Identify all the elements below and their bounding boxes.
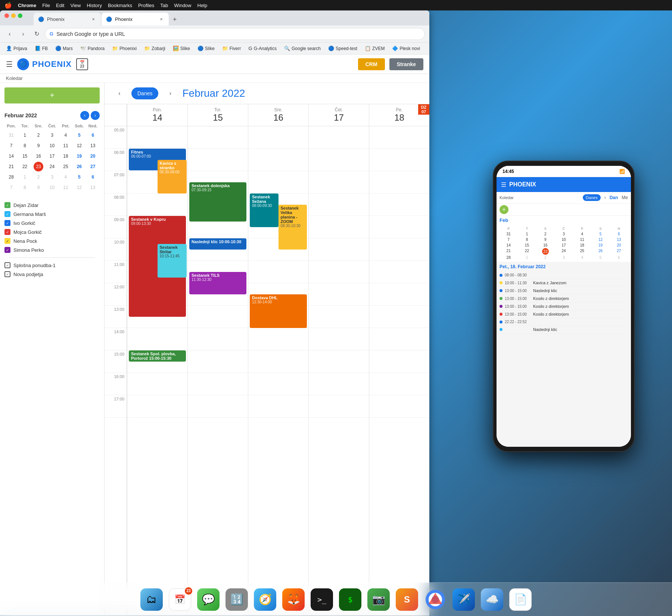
- bm-fiverr[interactable]: 📁 Fiverr: [219, 45, 244, 52]
- mini-day-7[interactable]: 7: [6, 141, 16, 151]
- mini-day-m12[interactable]: 12: [74, 183, 84, 192]
- bm-mars[interactable]: 🔵 Mars: [52, 45, 76, 52]
- event-sezana[interactable]: Sestanek Sežana 08:00-09:30: [250, 194, 279, 227]
- back-button[interactable]: ‹: [4, 29, 15, 39]
- bookmarks-menu[interactable]: Bookmarks: [108, 3, 132, 8]
- view-menu[interactable]: View: [70, 3, 81, 8]
- dock-finder[interactable]: 🗂: [140, 588, 163, 611]
- mini-day-8[interactable]: 8: [20, 141, 30, 151]
- bm-zvem[interactable]: 📋 ZVEM: [362, 45, 388, 52]
- bm-slike1[interactable]: 🖼️ Slike: [170, 45, 193, 52]
- cal-next-btn[interactable]: ›: [164, 87, 176, 99]
- mini-day-m9[interactable]: 9: [34, 183, 43, 192]
- mini-day-20[interactable]: 20: [88, 151, 98, 161]
- phone-event-6[interactable]: 22:22 - 22:52: [500, 318, 628, 326]
- bm-pandora[interactable]: 🕊️ Pandora: [77, 45, 108, 52]
- mini-day-21[interactable]: 21: [6, 162, 16, 171]
- event-plovba[interactable]: Sestanek Spol. plovba, Portorož 15:00-15…: [129, 350, 186, 362]
- mini-day-31[interactable]: 31: [6, 130, 16, 140]
- mini-day-m5[interactable]: 5: [74, 172, 84, 182]
- event-naslednji[interactable]: Naslednji klic 10:00-10:30: [189, 238, 246, 250]
- bm-ganalytics[interactable]: G G-Analytics: [246, 45, 280, 52]
- dock-sublime[interactable]: S: [396, 588, 418, 611]
- mini-day-22[interactable]: 22: [20, 162, 30, 171]
- mini-day-27[interactable]: 27: [88, 162, 98, 171]
- profiles-menu[interactable]: Profiles: [138, 3, 154, 8]
- dock-cloudapp[interactable]: ☁️: [481, 588, 503, 611]
- mini-day-18[interactable]: 18: [61, 151, 71, 161]
- mini-day-12[interactable]: 12: [74, 141, 84, 151]
- file-menu[interactable]: File: [42, 3, 50, 8]
- mini-day-19[interactable]: 19: [74, 151, 84, 161]
- mini-day-m6[interactable]: 6: [88, 172, 98, 182]
- mini-day-1[interactable]: 1: [20, 130, 30, 140]
- minimize-button[interactable]: [11, 13, 16, 18]
- mini-day-14[interactable]: 14: [6, 151, 16, 161]
- phone-event-3[interactable]: 13:00 - 15:00 Kosilo z direktorjem: [500, 295, 628, 303]
- mini-day-10[interactable]: 10: [47, 141, 57, 151]
- event-dhl[interactable]: Dostava DHL 12:30-14:00: [250, 294, 307, 328]
- phone-event-4[interactable]: 13:00 - 15:00 Kosilo z direktorjem: [500, 303, 628, 310]
- tab-phoenix-2[interactable]: 🔵 Phoenix ✕: [102, 13, 169, 25]
- phone-danes-btn[interactable]: Danes: [583, 194, 601, 201]
- edit-menu[interactable]: Edit: [56, 3, 64, 8]
- mini-day-28[interactable]: 28: [6, 172, 16, 182]
- event-velika[interactable]: Sestanek Velika planina - ZOOM 08:30-10:…: [279, 205, 307, 250]
- mini-day-6[interactable]: 6: [88, 130, 98, 140]
- event-stritar[interactable]: Sestanek Stritar 10:15-11:45: [158, 244, 187, 278]
- apple-menu[interactable]: 🍎: [4, 2, 12, 9]
- bm-speedtest[interactable]: 🔵 Speed-test: [325, 45, 360, 52]
- dock-safari[interactable]: 🧭: [254, 588, 276, 611]
- help-menu[interactable]: Help: [197, 3, 208, 8]
- tag-nova[interactable]: ✓ Nova podjetja: [4, 270, 100, 279]
- bm-googlesearch[interactable]: 🔍 Google search: [281, 45, 324, 52]
- dock-facetime[interactable]: 📷: [367, 588, 390, 611]
- tab-menu[interactable]: Tab: [160, 3, 168, 8]
- person-mojca[interactable]: ✓ Mojca Gorkič: [4, 227, 100, 236]
- dock-airmail[interactable]: ✈️: [452, 588, 475, 611]
- mini-prev-btn[interactable]: ‹: [80, 111, 89, 120]
- dock-terminal[interactable]: >_: [311, 588, 333, 611]
- phone-hamburger[interactable]: ☰: [501, 181, 506, 188]
- history-menu[interactable]: History: [87, 3, 102, 8]
- bm-slike2[interactable]: 🔵 Slike: [195, 45, 218, 52]
- mini-day-m4[interactable]: 4: [61, 172, 71, 182]
- maximize-button[interactable]: [18, 13, 22, 18]
- mini-day-11[interactable]: 11: [61, 141, 71, 151]
- bm-phoenixi[interactable]: 📁 Phoenixi: [109, 45, 140, 52]
- mini-day-m10[interactable]: 10: [47, 183, 57, 192]
- event-dolenjska[interactable]: Sestanek dolenjska 07:30-09:15: [189, 182, 246, 222]
- mini-day-26[interactable]: 26: [74, 162, 84, 171]
- tab-phoenix-1[interactable]: 🔵 Phoenix ✕: [34, 13, 101, 25]
- chrome-menu[interactable]: Chrome: [18, 3, 36, 8]
- person-nena[interactable]: ✓ Nena Pock: [4, 236, 100, 245]
- event-tils[interactable]: Sestanek TILS 11:30-12:30: [189, 272, 246, 294]
- mini-day-2[interactable]: 2: [34, 130, 43, 140]
- tab-close-1[interactable]: ✕: [90, 16, 96, 22]
- dock-firefox[interactable]: 🦊: [282, 588, 305, 611]
- mini-next-btn[interactable]: ›: [91, 111, 100, 120]
- phone-add-btn[interactable]: +: [500, 205, 508, 214]
- tab-close-2[interactable]: ✕: [158, 16, 164, 22]
- dock-messages[interactable]: 💬: [197, 588, 220, 611]
- tag-splosnoa[interactable]: ✓ Splošna ponudba-1: [4, 261, 100, 270]
- mini-day-16[interactable]: 16: [34, 151, 43, 161]
- event-kavica[interactable]: Kavica s stranko 06:30-08:00: [158, 160, 187, 194]
- dock-chrome[interactable]: [424, 588, 447, 611]
- mini-day-m3[interactable]: 3: [47, 172, 57, 182]
- forward-button[interactable]: ›: [18, 29, 28, 39]
- reload-button[interactable]: ↻: [31, 29, 42, 39]
- mini-day-5[interactable]: 5: [74, 130, 84, 140]
- person-dejan[interactable]: ✓ Dejan Zidar: [4, 201, 100, 210]
- person-germana[interactable]: ✓ Germana Marš: [4, 210, 100, 219]
- mini-day-17[interactable]: 17: [47, 151, 57, 161]
- bm-plesk[interactable]: 🔷 Plesk novi: [389, 45, 423, 52]
- new-tab-button[interactable]: +: [169, 14, 180, 25]
- danes-button[interactable]: Danes: [131, 87, 158, 99]
- phone-today-cell[interactable]: 23: [542, 248, 549, 255]
- mini-day-m2[interactable]: 2: [34, 172, 43, 182]
- phone-event-2[interactable]: 13:00 - 15:00 Naslednji klic: [500, 287, 628, 295]
- phone-event-5[interactable]: 13:00 - 15:00 Kosilo z direktorjem: [500, 310, 628, 318]
- url-input[interactable]: G Search Google or type a URL: [45, 28, 425, 40]
- mini-day-15[interactable]: 15: [20, 151, 30, 161]
